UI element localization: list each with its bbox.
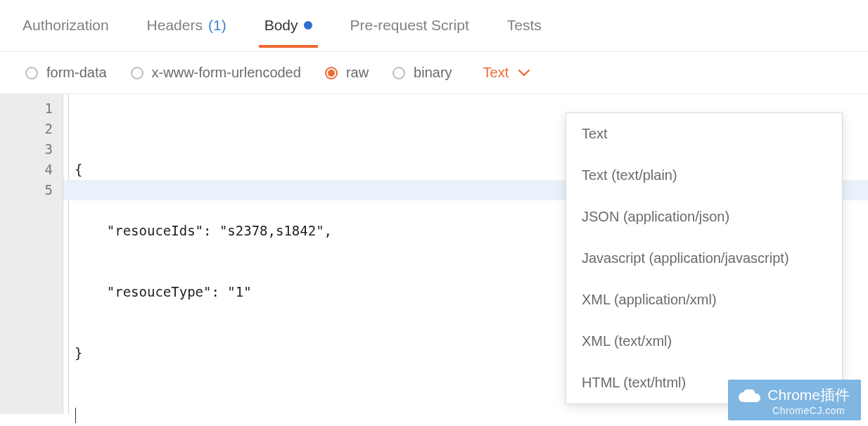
watermark-badge: Chrome插件 ChromeCJ.com	[728, 380, 861, 420]
body-type-row: form-data x-www-form-urlencoded raw bina…	[0, 52, 868, 91]
radio-icon	[25, 67, 38, 79]
line-number: 2	[0, 119, 53, 139]
chevron-down-icon	[518, 70, 530, 77]
tab-tests[interactable]: Tests	[507, 17, 542, 48]
radio-urlencoded-label: x-www-form-urlencoded	[152, 65, 301, 81]
tab-prerequest[interactable]: Pre-request Script	[350, 17, 469, 48]
radio-form-data[interactable]: form-data	[25, 65, 107, 81]
radio-binary-label: binary	[414, 65, 452, 81]
watermark-title: Chrome插件	[767, 385, 850, 405]
tab-authorization[interactable]: Authorization	[23, 17, 109, 48]
format-option-text[interactable]: Text	[566, 113, 842, 155]
format-option-xml-app[interactable]: XML (application/xml)	[566, 279, 842, 321]
request-tabs: Authorization Headers (1) Body Pre-reque…	[0, 0, 868, 52]
text-cursor-icon	[75, 408, 76, 423]
radio-raw-label: raw	[346, 65, 369, 81]
radio-form-data-label: form-data	[46, 65, 107, 81]
watermark-sub: ChromeCJ.com	[772, 405, 845, 416]
tab-body[interactable]: Body	[264, 17, 312, 48]
tab-headers-label: Headers	[147, 17, 203, 34]
format-dropdown-menu: Text Text (text/plain) JSON (application…	[566, 112, 843, 404]
format-option-json[interactable]: JSON (application/json)	[566, 196, 842, 238]
radio-icon	[325, 67, 338, 79]
line-number: 5	[0, 180, 53, 200]
tab-headers-count: (1)	[208, 17, 226, 34]
radio-urlencoded[interactable]: x-www-form-urlencoded	[131, 65, 301, 81]
code-line: }	[75, 345, 82, 361]
code-line: "resouceIds": "s2378,s1842",	[75, 223, 332, 238]
code-line: {	[75, 162, 82, 177]
line-number: 1	[0, 98, 53, 119]
unsaved-dot-icon	[304, 21, 312, 30]
tab-tests-label: Tests	[507, 17, 542, 34]
cloud-icon	[736, 389, 763, 405]
format-option-xml-text[interactable]: XML (text/xml)	[566, 321, 842, 362]
editor-gutter: 1 2 3 4 5	[0, 94, 63, 414]
format-option-text-plain[interactable]: Text (text/plain)	[566, 155, 842, 196]
radio-raw[interactable]: raw	[325, 65, 369, 81]
radio-icon	[392, 67, 405, 79]
tab-body-label: Body	[264, 17, 298, 34]
tab-authorization-label: Authorization	[23, 17, 109, 34]
format-dropdown-label: Text	[483, 65, 509, 81]
code-line: "resouceType": "1"	[75, 284, 252, 299]
tab-headers[interactable]: Headers (1)	[147, 17, 226, 48]
radio-binary[interactable]: binary	[392, 65, 452, 81]
format-dropdown-trigger[interactable]: Text	[483, 65, 530, 81]
format-option-javascript[interactable]: Javascript (application/javascript)	[566, 238, 842, 279]
line-number: 3	[0, 139, 53, 160]
line-number: 4	[0, 160, 53, 180]
radio-icon	[131, 67, 143, 79]
tab-prerequest-label: Pre-request Script	[350, 17, 469, 34]
